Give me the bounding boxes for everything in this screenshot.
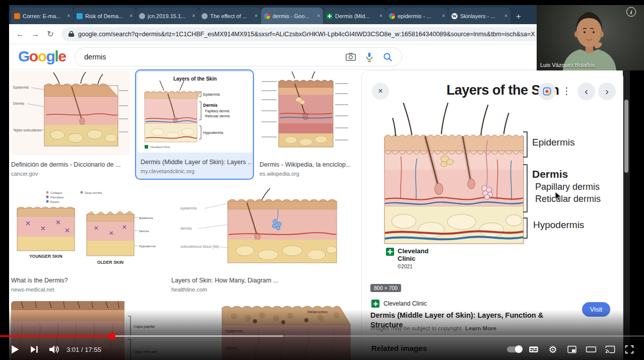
preview-skin-diagram[interactable] xyxy=(380,100,528,247)
url-text: google.com/search?q=dermis&rlz=1C1CHBF_e… xyxy=(78,31,535,38)
thumb4-younger-label: YOUNGER SKIN xyxy=(29,254,62,259)
thumb4-label: Epidermis xyxy=(139,216,153,220)
new-tab-button[interactable]: + xyxy=(516,12,521,21)
progress-bar[interactable] xyxy=(0,335,644,337)
tab-label: Correo: E-ma... xyxy=(23,13,65,19)
google-favicon xyxy=(389,13,395,19)
lens-icon xyxy=(543,87,551,96)
result-thumbnail-2-selected[interactable]: Layers of the Skin Epidermis Dermis Papi… xyxy=(135,69,254,180)
dermis-label: Dermis xyxy=(532,168,568,180)
thumb2-label: Hypodermis xyxy=(203,130,223,135)
close-preview-button[interactable]: × xyxy=(372,83,389,100)
more-options-button[interactable]: ⋮ xyxy=(562,85,571,97)
progress-played xyxy=(0,335,112,337)
fullscreen-button[interactable] xyxy=(620,340,639,358)
tab-risk-of-dementia[interactable]: Risk of Dema... × xyxy=(74,8,136,24)
tab-label: Risk of Dema... xyxy=(85,13,127,19)
mail-favicon xyxy=(14,13,20,19)
tab-the-effect-of[interactable]: The effect of ... × xyxy=(199,8,261,24)
google-logo: Google xyxy=(18,48,66,65)
video-info-button[interactable]: i xyxy=(626,7,636,17)
progress-scrubber[interactable] xyxy=(109,333,115,339)
theater-mode-button[interactable] xyxy=(582,340,601,358)
result-thumbnail-1[interactable]: Epidermis Dermis Tejido subcutáneo Defin… xyxy=(11,70,130,177)
tab-jcn-article[interactable]: jcn.2019.15.1... × xyxy=(136,8,198,24)
search-input[interactable]: dermis xyxy=(75,47,402,66)
site-favicon xyxy=(371,300,379,308)
tab-close-icon[interactable]: × xyxy=(442,14,445,19)
tab-dermis-google-active[interactable]: dermis - Goo... × xyxy=(261,8,323,24)
logo-letter: o xyxy=(29,48,38,64)
tab-label: Skinlayers - ... xyxy=(460,13,502,19)
wikipedia-favicon: W xyxy=(452,13,458,19)
next-video-button[interactable] xyxy=(24,340,43,358)
play-button[interactable] xyxy=(5,340,24,358)
source-site-row[interactable]: Cleveland Clinic xyxy=(371,300,427,308)
hypodermis-label: Hypodermis xyxy=(533,220,584,231)
result-thumbnail-5[interactable]: epidermis dermis subcutaneous tissue (fa… xyxy=(171,187,351,293)
tab-close-icon[interactable]: × xyxy=(67,14,70,19)
forward-button[interactable]: → xyxy=(28,30,42,38)
result-caption: Dermis (Middle Layer of Skin): Layers ..… xyxy=(141,159,251,166)
tab-dermis-cleveland[interactable]: Dermis (Mid... × xyxy=(324,8,385,24)
dermis-bracket xyxy=(523,164,528,212)
search-icon[interactable] xyxy=(383,52,393,62)
google-favicon xyxy=(264,13,270,19)
skin-diagram-thumbnail: Epidermis Dermis Tejido subcutáneo xyxy=(11,70,130,155)
volume-button[interactable] xyxy=(43,340,62,358)
thumb5-label: subcutaneous tissue (fat) xyxy=(180,245,219,249)
thumb4-label: Dermis xyxy=(139,229,149,233)
autoplay-toggle[interactable] xyxy=(505,340,524,358)
subtitles-button[interactable] xyxy=(524,340,543,358)
thumb5-label: dermis xyxy=(180,226,192,231)
reload-button[interactable]: ↻ xyxy=(43,30,57,38)
back-button[interactable]: ← xyxy=(13,30,27,38)
thumb1-label: Dermis xyxy=(13,102,25,105)
search-inside-image-button[interactable] xyxy=(538,83,556,100)
tab-epidermis-google[interactable]: epidermis - ... × xyxy=(386,8,448,24)
tab-label: The effect of ... xyxy=(210,13,252,19)
logo-letter: o xyxy=(38,48,46,64)
voice-search-icon[interactable] xyxy=(366,52,373,62)
next-image-button[interactable]: › xyxy=(598,83,616,100)
result-thumbnail-4[interactable]: Collagen Fibroblast Elastin Deep wrinkle… xyxy=(11,187,161,293)
site-name: Cleveland Clinic xyxy=(383,300,427,307)
tab-close-icon[interactable]: × xyxy=(317,14,320,19)
scrollbar-thumb[interactable] xyxy=(624,100,628,173)
mouse-cursor xyxy=(555,191,562,203)
layers-of-skin-thumbnail: Layers of the Skin Epidermis Dermis Papi… xyxy=(138,72,252,153)
presenter-name: Luis Vázquez Bolaños xyxy=(540,62,595,68)
tab-correo[interactable]: Correo: E-ma... × xyxy=(11,8,73,24)
tab-close-icon[interactable]: × xyxy=(379,14,382,19)
result-source: es.wikipedia.org xyxy=(260,171,350,177)
reticular-dermis-label: Reticular dermis xyxy=(535,194,601,204)
logo-line2: Clinic xyxy=(398,255,428,263)
image-dimensions-badge: 800 × 700 xyxy=(370,284,401,292)
tab-label: epidermis - ... xyxy=(398,13,439,19)
camera-search-icon[interactable] xyxy=(346,53,356,61)
cast-button[interactable] xyxy=(601,340,620,358)
hypodermis-bracket xyxy=(523,218,528,239)
result-caption: Dermis - Wikipedia, la enciclop... xyxy=(260,161,350,168)
thumb4-legend: Elastin xyxy=(50,200,59,203)
thumb1-label: Epidermis xyxy=(13,86,29,90)
tab-close-icon[interactable]: × xyxy=(254,14,257,19)
result-caption: Layers of Skin: How Many, Diagram ... xyxy=(171,277,351,284)
settings-button[interactable]: ⚙ xyxy=(543,340,562,358)
previous-image-button[interactable]: ‹ xyxy=(577,83,595,100)
result-source: my.clevelandclinic.org xyxy=(141,168,251,174)
tab-close-icon[interactable]: × xyxy=(504,14,507,19)
tab-label: jcn.2019.15.1... xyxy=(148,13,189,19)
search-query-text: dermis xyxy=(84,53,336,61)
time-display: 3:01 / 17:55 xyxy=(67,346,101,353)
tab-close-icon[interactable]: × xyxy=(130,14,133,19)
miniplayer-button[interactable] xyxy=(562,340,582,358)
player-button-row: 3:01 / 17:55 ⚙ xyxy=(0,340,644,358)
result-thumbnail-3[interactable]: Dermis - Wikipedia, la enciclop... es.wi… xyxy=(260,70,350,177)
logo-letter: g xyxy=(46,48,55,64)
thumb4-legend: Collagen xyxy=(50,191,62,194)
tab-skinlayers-wikipedia[interactable]: W Skinlayers - ... × xyxy=(448,8,510,24)
epidermis-bracket xyxy=(523,131,528,158)
tab-close-icon[interactable]: × xyxy=(192,14,195,19)
thumb2-label: Papillary dermis xyxy=(205,109,230,113)
